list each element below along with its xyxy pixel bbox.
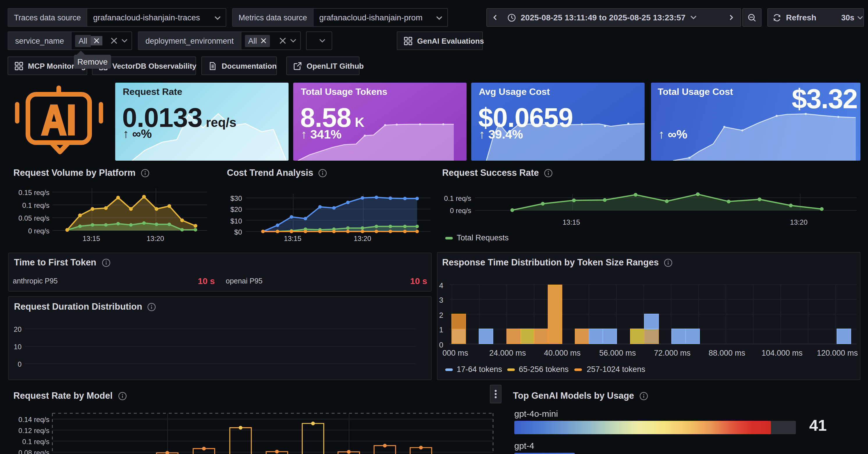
svg-text:AI: AI — [41, 96, 76, 143]
